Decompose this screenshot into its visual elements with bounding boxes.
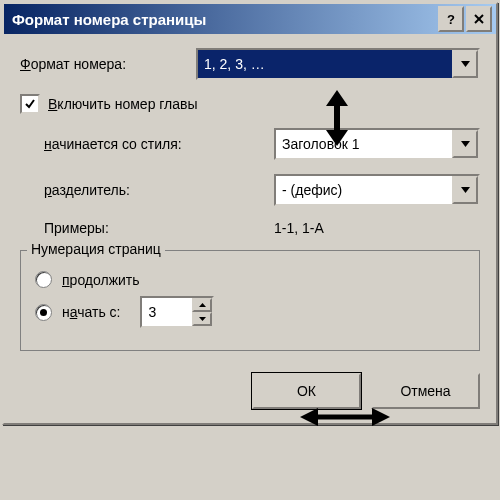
chapter-options: начинается со стиля: Заголовок 1 раздели…	[20, 128, 480, 236]
dialog-content: Формат номера: 1, 2, 3, … Включить номер…	[4, 34, 496, 423]
titlebar: Формат номера страницы ?	[4, 4, 496, 34]
chevron-up-icon	[199, 303, 206, 307]
svg-marker-11	[300, 408, 318, 426]
starts-with-style-label: начинается со стиля:	[44, 136, 274, 152]
separator-value: - (дефис)	[276, 176, 452, 204]
spinner-down-button[interactable]	[192, 312, 212, 326]
svg-marker-8	[326, 90, 348, 106]
annotation-arrow-horizontal	[300, 403, 390, 431]
dropdown-button[interactable]	[452, 50, 478, 78]
chevron-down-icon	[461, 141, 470, 147]
start-at-radio[interactable]	[35, 304, 52, 321]
svg-marker-4	[461, 187, 470, 193]
close-button[interactable]	[466, 6, 492, 32]
separator-label: разделитель:	[44, 182, 274, 198]
svg-marker-9	[326, 130, 348, 146]
svg-marker-2	[461, 61, 470, 67]
continue-radio[interactable]	[35, 271, 52, 288]
svg-marker-6	[199, 317, 206, 321]
separator-select[interactable]: - (дефис)	[274, 174, 480, 206]
format-label: Формат номера:	[20, 56, 196, 72]
window-title: Формат номера страницы	[12, 11, 206, 28]
chevron-down-icon	[199, 317, 206, 321]
format-select-value: 1, 2, 3, …	[198, 50, 452, 78]
dialog-page-number-format: Формат номера страницы ? Формат номера: …	[2, 2, 498, 425]
radio-dot-icon	[40, 309, 47, 316]
svg-marker-5	[199, 303, 206, 307]
examples-label: Примеры:	[44, 220, 274, 236]
examples-value: 1-1, 1-A	[274, 220, 324, 236]
dropdown-button[interactable]	[452, 176, 478, 204]
check-icon	[24, 98, 36, 110]
start-at-label: начать с:	[62, 304, 120, 320]
starts-with-style-select[interactable]: Заголовок 1	[274, 128, 480, 160]
include-chapter-label: Включить номер главы	[48, 96, 198, 112]
chevron-down-icon	[461, 187, 470, 193]
svg-marker-12	[372, 408, 390, 426]
titlebar-buttons: ?	[438, 6, 492, 32]
start-at-value: 3	[142, 298, 192, 326]
close-icon	[474, 14, 484, 24]
numbering-groupbox: Нумерация страниц продолжить начать с: 3	[20, 250, 480, 351]
svg-marker-3	[461, 141, 470, 147]
dropdown-button[interactable]	[452, 130, 478, 158]
continue-label: продолжить	[62, 272, 140, 288]
help-button[interactable]: ?	[438, 6, 464, 32]
numbering-legend: Нумерация страниц	[27, 241, 165, 257]
format-select[interactable]: 1, 2, 3, …	[196, 48, 480, 80]
starts-with-style-value: Заголовок 1	[276, 130, 452, 158]
start-at-spinner[interactable]: 3	[140, 296, 214, 328]
annotation-arrow-vertical	[320, 90, 354, 146]
include-chapter-checkbox[interactable]	[20, 94, 40, 114]
dialog-footer: ОК Отмена	[20, 373, 480, 409]
spinner-up-button[interactable]	[192, 298, 212, 312]
chevron-down-icon	[461, 61, 470, 67]
